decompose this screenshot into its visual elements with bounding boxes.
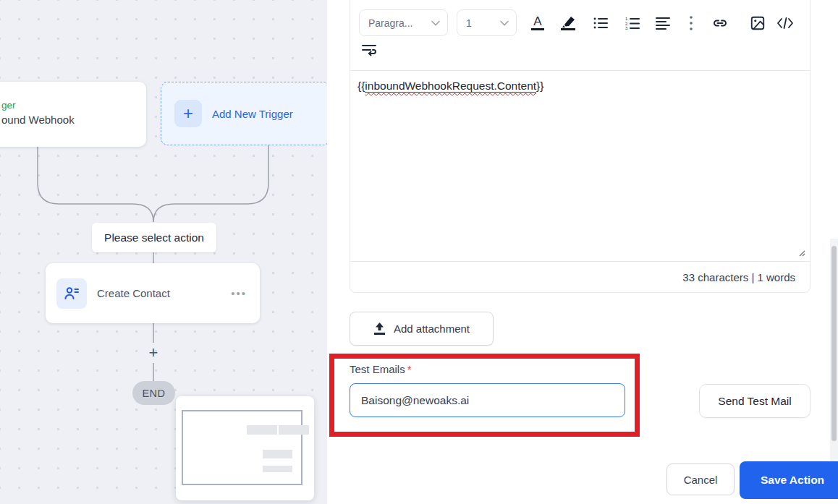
merge-close-braces: }}: [536, 80, 543, 92]
merge-tag: inboundWebhookRequest.Content: [365, 80, 536, 93]
cancel-label: Cancel: [684, 474, 718, 486]
add-attachment-button[interactable]: Add attachment: [350, 312, 494, 346]
email-body-editor: Paragra... 1 A: [350, 0, 811, 293]
trigger-name-label: ound Webhook: [1, 112, 146, 128]
svg-text:2.: 2.: [625, 21, 629, 25]
add-attachment-label: Add attachment: [394, 323, 470, 335]
send-test-mail-label: Send Test Mail: [718, 395, 791, 408]
text-wrap-button[interactable]: [360, 38, 378, 62]
font-size-value: 1: [466, 17, 472, 29]
trigger-type-label: ger: [1, 99, 146, 112]
contact-person-icon: [63, 285, 80, 302]
add-new-trigger-button[interactable]: + Add New Trigger: [161, 82, 327, 145]
numbered-list-icon: 1. 2. 3.: [625, 17, 640, 30]
action-card-create-contact[interactable]: Create Contact •••: [46, 263, 260, 323]
send-test-mail-button[interactable]: Send Test Mail: [699, 384, 811, 418]
create-contact-icon-chip: [56, 278, 87, 309]
save-action-button[interactable]: Save Action: [740, 461, 838, 499]
insert-link-button[interactable]: [711, 11, 729, 35]
chevron-down-icon: [500, 20, 509, 26]
email-body-textarea[interactable]: {{inboundWebhookRequest.Content}}: [350, 71, 810, 261]
test-emails-label-text: Test Emails: [350, 363, 405, 375]
panel-scrollbar[interactable]: [830, 239, 838, 465]
code-view-button[interactable]: [776, 11, 795, 35]
preview-placeholder-bar: [247, 425, 277, 435]
highlight-color-button[interactable]: [559, 11, 577, 35]
align-text-icon: [656, 17, 670, 30]
more-vertical-icon: [689, 15, 693, 31]
save-action-label: Save Action: [761, 474, 824, 487]
upload-icon: [373, 323, 386, 336]
trigger-card-inbound-webhook[interactable]: ger ound Webhook: [0, 82, 146, 147]
workflow-builder-screen: ger ound Webhook + Add New Trigger Pleas…: [0, 0, 838, 504]
preview-popup-card: [176, 396, 314, 500]
link-icon: [711, 14, 729, 32]
action-card-label: Create Contact: [97, 287, 231, 299]
bullet-list-button[interactable]: [593, 11, 609, 35]
cancel-button[interactable]: Cancel: [666, 464, 735, 495]
rich-text-toolbar: Paragra... 1 A: [350, 0, 810, 71]
chevron-down-icon: [431, 20, 440, 26]
preview-placeholder-bar: [263, 466, 292, 472]
highlighter-icon: [560, 14, 576, 32]
toolbar-icon-group: A: [529, 11, 795, 35]
email-action-panel: Paragra... 1 A: [327, 0, 838, 504]
bullet-list-icon: [593, 17, 608, 30]
insert-image-button[interactable]: [749, 11, 766, 35]
numbered-list-button[interactable]: 1. 2. 3.: [625, 11, 640, 35]
align-button[interactable]: [655, 11, 671, 35]
code-icon: [776, 16, 794, 30]
please-select-action-hint: Please select action: [92, 223, 216, 252]
email-body-text: {{inboundWebhookRequest.Content}}: [357, 80, 803, 93]
test-emails-input[interactable]: [350, 383, 625, 417]
toolbar-row-1: Paragra... 1 A: [359, 9, 801, 36]
preview-frame: [182, 410, 302, 485]
plus-icon: +: [174, 100, 202, 127]
resize-handle-icon[interactable]: [797, 248, 805, 257]
please-select-action-text: Please select action: [104, 231, 204, 244]
text-wrap-icon: [362, 43, 376, 56]
workflow-canvas[interactable]: ger ound Webhook + Add New Trigger Pleas…: [0, 0, 327, 504]
svg-text:1.: 1.: [625, 17, 629, 21]
merge-open-braces: {{: [357, 80, 365, 92]
text-color-icon: A: [530, 14, 545, 32]
preview-placeholder-bar: [279, 425, 309, 435]
image-icon: [750, 15, 766, 31]
paragraph-style-dropdown[interactable]: Paragra...: [359, 9, 448, 36]
panel-scrollbar-thumb[interactable]: [831, 246, 837, 441]
required-asterisk: *: [407, 363, 412, 375]
add-new-trigger-label: Add New Trigger: [212, 108, 293, 120]
preview-placeholder-bar: [263, 450, 292, 458]
toolbar-row-2: [359, 40, 801, 60]
action-card-menu-button[interactable]: •••: [231, 287, 247, 299]
test-emails-label: Test Emails*: [350, 363, 412, 375]
paragraph-style-value: Paragra...: [368, 17, 412, 29]
font-size-dropdown[interactable]: 1: [457, 9, 517, 36]
svg-text:3.: 3.: [625, 26, 629, 30]
add-step-plus-glyph: +: [149, 343, 158, 362]
text-color-button[interactable]: A: [529, 11, 546, 35]
add-step-button[interactable]: +: [142, 343, 165, 363]
more-options-button[interactable]: [687, 11, 695, 35]
character-word-count: 33 characters | 1 words: [682, 271, 795, 283]
editor-status-bar: 33 characters | 1 words: [350, 261, 810, 292]
workflow-end-badge: END: [132, 381, 175, 405]
end-badge-text: END: [142, 388, 165, 399]
svg-text:A: A: [533, 14, 542, 28]
